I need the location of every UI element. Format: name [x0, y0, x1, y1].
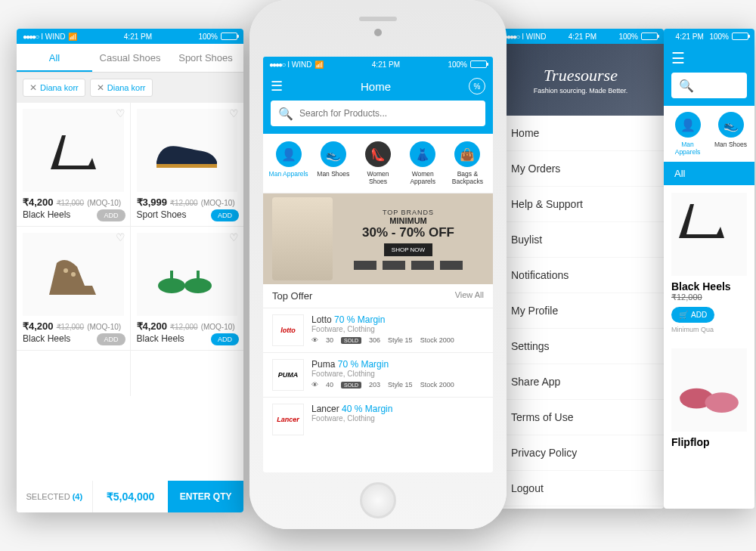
menu-screen: ●●●●○I WIND 4:21 PM 100% Truesourse Fash…: [497, 29, 664, 509]
iphone-device-frame: ●●●●○I WIND 📶 4:21 PM 100% ☰ Home % 🔍 👤M…: [249, 0, 507, 529]
heel-icon: 👠: [365, 141, 391, 167]
tab-casual[interactable]: Casual Shoes: [92, 44, 168, 72]
product-image: [137, 109, 238, 192]
product-card[interactable]: Black Heels ₹12,000 🛒ADD Minimum Qua: [664, 185, 754, 341]
bag-icon: 👜: [454, 141, 480, 167]
add-button[interactable]: ADD: [211, 333, 239, 345]
banner-model-image: [272, 197, 333, 280]
sold-badge: SOLD: [341, 382, 361, 388]
view-all-link[interactable]: View All: [455, 290, 484, 302]
product-card[interactable]: [17, 351, 130, 396]
category-row: 👤Man Apparels 👟Man Shoes 👠Women Shoes 👗W…: [263, 134, 493, 193]
menu-header: Truesourse Fashion sourcing. Made Better…: [497, 44, 664, 116]
menu-item-home[interactable]: Home: [497, 116, 664, 151]
bottom-bar: SELECTED (4) ₹5,04,000 ENTER QTY: [17, 481, 243, 512]
category-women-shoes[interactable]: 👠Women Shoes: [357, 141, 398, 185]
promo-banner[interactable]: TOP BRANDS MINIMUM 30% - 70% OFF SHOP NO…: [263, 193, 493, 284]
heart-icon[interactable]: ♡: [116, 231, 125, 243]
tab-sport[interactable]: Sport Shoes: [168, 44, 243, 72]
heart-icon[interactable]: ♡: [116, 107, 125, 119]
page-title: Home: [361, 80, 391, 93]
search-field[interactable]: [299, 108, 478, 119]
status-bar: ●●●●○I WIND 4:21 PM 100%: [497, 29, 664, 44]
svg-point-1: [71, 272, 76, 277]
cart-icon[interactable]: %: [469, 78, 485, 94]
eye-icon: 👁: [311, 336, 318, 344]
min-qty-label: Minimum Qua: [671, 326, 747, 333]
product-card[interactable]: [131, 351, 244, 396]
brand-logo: lotto: [272, 314, 304, 346]
menu-item-terms[interactable]: Terms of Use: [497, 400, 664, 435]
product-image: [671, 193, 747, 276]
tab-all[interactable]: All: [664, 162, 754, 185]
shoe-icon: 👟: [718, 112, 744, 138]
menu-item-orders[interactable]: My Orders: [497, 151, 664, 187]
status-bar: ●●●●○I WIND 📶 4:21 PM 100%: [263, 57, 493, 72]
section-header: Top Offer View All: [263, 284, 493, 308]
search-input[interactable]: 🔍: [271, 101, 485, 126]
offer-row[interactable]: lotto Lotto 70 % Margin Footware, Clothi…: [263, 308, 493, 352]
brand-tagline: Fashion sourcing. Made Better.: [534, 87, 628, 94]
status-bar: ●●●●○I WIND 📶 4:21 PM 100%: [17, 29, 243, 44]
shop-now-button[interactable]: SHOP NOW: [384, 243, 432, 256]
hamburger-icon[interactable]: ☰: [271, 78, 283, 94]
section-title: Top Offer: [272, 290, 312, 302]
menu-item-logout[interactable]: Logout: [497, 471, 664, 506]
product-card[interactable]: ♡ ₹4,200₹12,000(MOQ-10) Black Heels ADD: [17, 227, 130, 350]
app-header: ☰ Home %: [263, 72, 493, 101]
eye-icon: 👁: [311, 381, 318, 388]
heart-icon[interactable]: ♡: [229, 107, 239, 119]
home-button[interactable]: [360, 482, 396, 518]
offer-subtitle: Footware, Clothing: [311, 370, 484, 378]
person-icon: 👤: [675, 112, 701, 138]
menu-item-share[interactable]: Share App: [497, 364, 664, 400]
banner-pretitle: TOP BRANDS: [333, 209, 484, 216]
category-man-shoes[interactable]: 👟Man Shoes: [713, 112, 748, 156]
category-man-apparels[interactable]: 👤Man Apparels: [670, 112, 705, 156]
add-button[interactable]: ADD: [97, 209, 125, 221]
shoe-icon: 👟: [321, 141, 346, 167]
menu-list: Home My Orders Help & Support Buylist No…: [497, 116, 664, 506]
cart-total: ₹5,04,000: [92, 481, 169, 512]
tab-all[interactable]: All: [17, 44, 92, 72]
filter-chip[interactable]: ✕Diana korr: [90, 79, 153, 97]
category-women-apparels[interactable]: 👗Women Apparels: [402, 141, 444, 185]
category-bags[interactable]: 👜Bags & Backpacks: [447, 141, 488, 185]
menu-item-notifications[interactable]: Notifications: [497, 258, 664, 293]
add-button[interactable]: ADD: [97, 333, 125, 345]
close-icon[interactable]: ✕: [97, 82, 104, 93]
product-image: [23, 109, 124, 192]
add-to-cart-button[interactable]: 🛒ADD: [671, 307, 714, 323]
menu-item-profile[interactable]: My Profile: [497, 293, 664, 329]
category-man-shoes[interactable]: 👟Man Shoes: [312, 141, 354, 185]
menu-item-help[interactable]: Help & Support: [497, 187, 664, 222]
product-detail-screen: 4:21 PM 100% ☰ 🔍 👤Man Apparels 👟Man Shoe…: [664, 29, 754, 509]
product-card[interactable]: ♡ ₹3,999₹12,000(MOQ-10) Sport Shoes ADD: [131, 103, 244, 226]
offer-row[interactable]: Lancer Lancer 40 % Margin Footware, Clot…: [263, 397, 493, 441]
menu-item-settings[interactable]: Settings: [497, 329, 664, 364]
product-grid: ♡ ₹4,200₹12,000(MOQ-10) Black Heels ADD …: [17, 103, 243, 396]
close-icon[interactable]: ✕: [29, 82, 37, 93]
brand-logo: Truesourse: [544, 66, 618, 85]
product-card[interactable]: ♡ ₹4,200₹12,000(MOQ-10) Black Heels ADD: [17, 103, 130, 226]
add-button[interactable]: ADD: [211, 209, 239, 221]
filter-chip[interactable]: ✕Diana korr: [23, 79, 85, 97]
brand-logo: Lancer: [272, 404, 304, 435]
dress-icon: 👗: [410, 141, 435, 167]
offer-subtitle: Footware, Clothing: [311, 325, 484, 333]
offer-subtitle: Footware, Clothing: [311, 414, 484, 423]
menu-item-privacy[interactable]: Privacy Policy: [497, 435, 664, 471]
category-tabs: All Casual Shoes Sport Shoes: [17, 44, 243, 73]
category-man-apparels[interactable]: 👤Man Apparels: [268, 141, 309, 185]
product-image: [23, 233, 124, 316]
menu-item-buylist[interactable]: Buylist: [497, 222, 664, 258]
heart-icon[interactable]: ♡: [229, 231, 239, 243]
product-card[interactable]: Flipflop: [664, 341, 754, 456]
enter-qty-button[interactable]: ENTER QTY: [168, 481, 243, 512]
sold-badge: SOLD: [341, 337, 361, 344]
offer-row[interactable]: PUMA Puma 70 % Margin Footware, Clothing…: [263, 352, 493, 397]
search-input[interactable]: 🔍: [671, 73, 747, 98]
status-bar: 4:21 PM 100%: [664, 29, 754, 44]
hamburger-icon[interactable]: ☰: [671, 49, 685, 67]
product-card[interactable]: ♡ ₹4,200₹12,000(MOQ-10) Black Heels ADD: [131, 227, 244, 350]
